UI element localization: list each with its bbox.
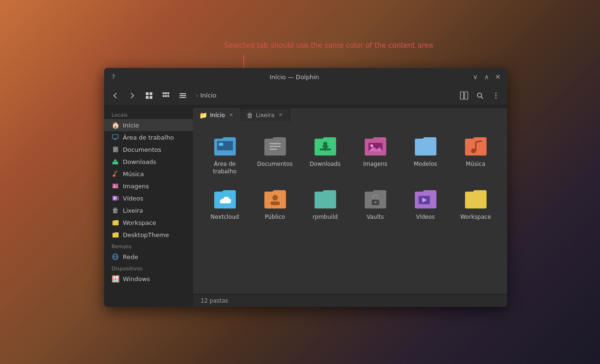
file-label-videos: Vídeos <box>416 214 435 221</box>
sidebar-item-desktoptheme[interactable]: DesktopTheme <box>104 229 193 241</box>
tab-lixeira[interactable]: 🗑 Lixeira ✕ <box>240 108 290 121</box>
svg-rect-46 <box>219 143 223 146</box>
downloads-icon <box>112 158 119 165</box>
sidebar-item-windows[interactable]: 🪟 Windows <box>104 273 193 285</box>
svg-rect-18 <box>465 92 468 99</box>
network-icon <box>112 253 119 260</box>
file-label-vaults: Vaults <box>367 214 384 221</box>
file-item-modelos[interactable]: Modelos <box>401 129 450 180</box>
sidebar-item-downloads[interactable]: Downloads <box>104 156 193 168</box>
videos-icon <box>112 194 119 202</box>
svg-point-54 <box>370 144 373 147</box>
file-item-downloads[interactable]: Downloads <box>301 129 349 180</box>
view-icons-button[interactable] <box>142 88 157 103</box>
file-label-docs: Documentos <box>257 161 293 168</box>
file-label-music: Música <box>466 161 486 168</box>
view-list-button[interactable] <box>175 88 190 103</box>
sidebar-item-rede-label: Rede <box>123 253 138 260</box>
minimize-button[interactable]: ∨ <box>472 73 479 81</box>
breadcrumb-item[interactable]: Início <box>200 92 216 99</box>
file-icon-music <box>464 134 488 158</box>
sidebar-item-images[interactable]: Imagens <box>104 180 193 192</box>
toolbar: › Início <box>104 86 507 105</box>
file-icon-nextcloud <box>213 186 237 211</box>
forward-button[interactable] <box>125 88 140 103</box>
svg-line-58 <box>476 141 482 142</box>
home-icon: 🏠 <box>112 121 119 129</box>
split-view-button[interactable] <box>457 88 472 103</box>
svg-rect-47 <box>270 143 281 144</box>
file-item-videos[interactable]: Vídeos <box>401 182 450 226</box>
svg-rect-16 <box>180 97 186 98</box>
sidebar-item-workspace[interactable]: Workspace <box>104 216 193 229</box>
file-icon-videos <box>413 186 438 211</box>
titlebar-controls: ∨ ∧ ✕ <box>472 73 502 81</box>
file-item-docs[interactable]: Documentos <box>251 129 299 180</box>
view-compact-button[interactable] <box>158 88 173 103</box>
svg-rect-10 <box>167 92 169 94</box>
file-icon-downloads <box>313 134 338 158</box>
sidebar-item-docs-label: Documentos <box>123 146 161 153</box>
svg-rect-15 <box>180 95 186 96</box>
svg-rect-5 <box>150 92 152 95</box>
tab-inicio[interactable]: 📁 Início ✕ <box>193 108 240 121</box>
tabbar: 📁 Início ✕ 🗑 Lixeira ✕ <box>193 105 507 121</box>
breadcrumb: › Início <box>192 89 455 103</box>
file-icon-workspace <box>464 186 488 211</box>
svg-rect-60 <box>270 201 280 205</box>
back-button[interactable] <box>108 88 123 103</box>
desktop-icon <box>112 134 119 141</box>
tab-inicio-close[interactable]: ✕ <box>228 112 234 119</box>
sidebar-item-lixeira-label: Lixeira <box>123 207 143 214</box>
sidebar: Locais 🏠 Início Área de trabalho Documen… <box>104 105 193 307</box>
svg-rect-6 <box>146 96 149 99</box>
tab-new-area <box>290 108 507 121</box>
sidebar-item-docs[interactable]: Documentos <box>104 143 193 156</box>
svg-rect-4 <box>146 92 149 95</box>
svg-rect-8 <box>163 92 165 94</box>
breadcrumb-chevron: › <box>196 92 198 99</box>
sidebar-item-windows-label: Windows <box>123 275 150 282</box>
svg-rect-52 <box>320 149 331 150</box>
file-item-music[interactable]: Música <box>451 129 500 180</box>
svg-point-62 <box>375 201 376 203</box>
file-icon-vaults <box>363 186 388 211</box>
images-icon <box>112 182 119 190</box>
statusbar: 12 pastas <box>193 294 507 307</box>
file-item-images[interactable]: Imagens <box>351 129 399 180</box>
file-item-nextcloud[interactable]: Nextcloud <box>201 182 249 226</box>
file-item-publico[interactable]: Público <box>251 182 299 226</box>
search-button[interactable] <box>472 88 488 103</box>
tab-lixeira-icon: 🗑 <box>247 111 253 119</box>
sidebar-section-locais: Locais <box>104 109 193 119</box>
file-item-desktop[interactable]: Área de trabalho <box>201 129 249 180</box>
file-label-nextcloud: Nextcloud <box>210 214 239 221</box>
svg-rect-51 <box>323 142 327 147</box>
main-layout: Locais 🏠 Início Área de trabalho Documen… <box>104 105 507 307</box>
tab-inicio-label: Início <box>210 112 225 119</box>
sidebar-item-lixeira[interactable]: 🗑 Lixeira <box>104 204 193 216</box>
sidebar-item-music-label: Música <box>123 171 144 178</box>
sidebar-item-inicio[interactable]: 🏠 Início <box>104 119 193 131</box>
svg-rect-17 <box>460 92 464 99</box>
svg-line-34 <box>115 171 118 172</box>
file-item-workspace[interactable]: Workspace <box>451 182 500 226</box>
sidebar-item-music[interactable]: Música <box>104 168 193 180</box>
svg-rect-48 <box>270 146 281 147</box>
file-label-desktop: Área de trabalho <box>206 161 244 175</box>
maximize-button[interactable]: ∧ <box>483 73 490 81</box>
sidebar-item-rede[interactable]: Rede <box>104 251 193 263</box>
tab-lixeira-close[interactable]: ✕ <box>278 112 284 119</box>
close-button[interactable]: ✕ <box>494 73 502 81</box>
sidebar-item-desktop[interactable]: Área de trabalho <box>104 131 193 143</box>
file-item-vaults[interactable]: Vaults <box>351 182 399 226</box>
music-icon <box>112 170 119 178</box>
sidebar-item-videos[interactable]: Vídeos <box>104 192 193 204</box>
file-item-rpmbuild[interactable]: rpmbuild <box>301 182 349 226</box>
svg-point-59 <box>272 195 278 201</box>
statusbar-text: 12 pastas <box>201 297 228 304</box>
help-button[interactable]: ? <box>110 73 117 81</box>
sidebar-item-desktop-label: Área de trabalho <box>123 134 174 141</box>
menu-button[interactable] <box>488 88 503 103</box>
svg-rect-25 <box>114 139 116 140</box>
